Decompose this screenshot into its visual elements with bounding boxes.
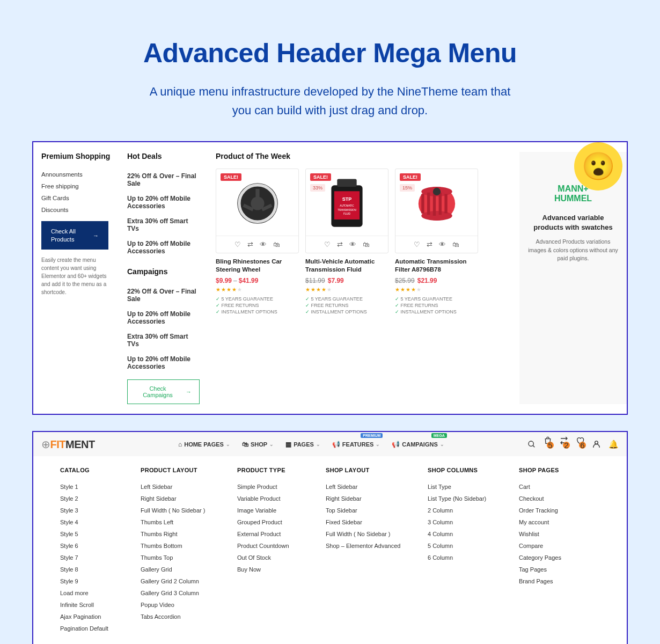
menu-item[interactable]: Style 9 — [60, 575, 135, 587]
menu-item[interactable]: Thumbs Left — [141, 516, 232, 528]
menu-item[interactable]: Full Width ( No Sidebar ) — [141, 504, 232, 516]
menu-item[interactable]: Style 5 — [60, 528, 135, 540]
menu-item[interactable]: Ajax Pagination — [60, 611, 135, 623]
menu-item[interactable]: Left Sidebar — [141, 481, 232, 493]
menu-item[interactable]: Style 4 — [60, 516, 135, 528]
menu-item[interactable]: 3 Column — [428, 516, 514, 528]
menu-item[interactable]: Full Width ( No Sidebar ) — [326, 528, 422, 540]
menu-item[interactable]: Extra 30% off Smart TVs — [127, 214, 200, 236]
search-icon[interactable] — [527, 440, 536, 449]
menu-item[interactable]: Category Pages — [519, 552, 589, 564]
menu-item[interactable]: Simple Product — [237, 481, 320, 493]
menu-item[interactable]: My account — [519, 516, 589, 528]
menu-item[interactable]: Right Sidebar — [326, 493, 422, 504]
nav-item[interactable]: ▦ PAGES ⌄ — [285, 441, 320, 448]
menu-item[interactable]: Image Variable — [237, 504, 320, 516]
menu-item[interactable]: Grouped Product — [237, 516, 320, 528]
menu-item[interactable]: List Type (No Sidebar) — [428, 493, 514, 504]
menu-item[interactable]: Cart — [519, 481, 589, 493]
menu-item[interactable]: 4 Column — [428, 528, 514, 540]
product-title[interactable]: Automatic Transmission Filter A8796B78 — [395, 258, 478, 274]
bag-icon[interactable]: 5 — [544, 436, 552, 452]
menu-item[interactable]: Discounts — [41, 204, 111, 216]
heart-icon[interactable]: ♡ — [234, 240, 241, 248]
menu-item[interactable]: Right Sidebar — [141, 493, 232, 504]
menu-item[interactable]: Shop – Elementor Advanced — [326, 540, 422, 552]
product-title[interactable]: Bling Rhinestones Car Steering Wheel — [216, 258, 299, 274]
check-campaigns-button[interactable]: Check Campaigns → — [127, 379, 200, 404]
menu-item[interactable]: Thumbs Right — [141, 528, 232, 540]
menu-item[interactable]: Style 8 — [60, 564, 135, 575]
heart-icon[interactable]: ♡ — [414, 240, 420, 248]
menu-item[interactable]: Brand Pages — [519, 575, 589, 587]
menu-item[interactable]: Up to 20% off Mobile Accessories — [127, 236, 200, 259]
menu-item[interactable]: Infinite Scroll — [60, 599, 135, 611]
product-title[interactable]: Multi-Vehicle Automatic Transmission Flu… — [305, 258, 388, 274]
compare-icon[interactable]: ⇄ — [337, 240, 343, 248]
bag-icon[interactable]: 🛍 — [452, 240, 459, 248]
menu-item[interactable]: Top Sidebar — [326, 504, 422, 516]
bag-icon[interactable]: 🛍 — [363, 240, 370, 248]
compare-icon[interactable]: ⇄ — [247, 240, 253, 248]
menu-item[interactable]: Variable Product — [237, 493, 320, 504]
menu-item[interactable]: 2 Column — [428, 504, 514, 516]
heart-icon[interactable]: 6 — [576, 436, 584, 452]
menu-item[interactable]: Free shipping — [41, 180, 111, 192]
menu-item[interactable]: Tag Pages — [519, 564, 589, 575]
nav-item[interactable]: ⌂ HOME PAGES ⌄ — [178, 441, 230, 448]
product-card[interactable]: SALE!33%STPAUTOMATICTRANSMISSIONFLUID♡⇄👁… — [305, 169, 388, 253]
product-card[interactable]: SALE!15%♡⇄👁🛍 — [395, 169, 478, 253]
menu-item[interactable]: Compare — [519, 540, 589, 552]
site-logo[interactable]: ⊕FITMENT — [41, 438, 95, 451]
menu-item[interactable]: 22% Off & Over – Final Sale — [127, 169, 200, 191]
menu-item[interactable]: 5 Column — [428, 540, 514, 552]
menu-item[interactable]: Thumbs Top — [141, 552, 232, 564]
bag-icon[interactable]: 🛍 — [273, 240, 280, 248]
chevron-down-icon: ⌄ — [376, 442, 380, 447]
menu-item[interactable]: Up to 20% off Mobile Accessories — [127, 191, 200, 214]
nav-item[interactable]: 🛍 SHOP ⌄ — [242, 441, 274, 448]
menu-item[interactable]: Wishlist — [519, 528, 589, 540]
menu-item[interactable]: Pagination Default — [60, 623, 135, 634]
menu-item[interactable]: Announsments — [41, 169, 111, 180]
menu-item[interactable]: 6 Column — [428, 552, 514, 564]
menu-item[interactable]: Up to 20% off Mobile Accessories — [127, 352, 200, 374]
menu-item[interactable]: Checkout — [519, 493, 589, 504]
menu-item[interactable]: Style 2 — [60, 493, 135, 504]
heart-icon[interactable]: ♡ — [324, 240, 331, 248]
menu-item[interactable]: Left Sidebar — [326, 481, 422, 493]
bell-icon[interactable]: 🔔 — [608, 440, 619, 449]
eye-icon[interactable]: 👁 — [260, 240, 267, 248]
menu-item[interactable]: Style 1 — [60, 481, 135, 493]
menu-item[interactable]: List Type — [428, 481, 514, 493]
eye-icon[interactable]: 👁 — [439, 240, 446, 248]
compare-icon[interactable]: 2 — [560, 436, 568, 452]
menu-item[interactable]: Popup Video — [141, 599, 232, 611]
nav-item[interactable]: 📢 FEATURES ⌄PREMIUM — [332, 441, 380, 448]
check-all-products-button[interactable]: Check All Products → — [41, 221, 108, 250]
menu-item[interactable]: Gallery Grid 3 Column — [141, 587, 232, 599]
menu-item[interactable]: Up to 20% off Mobile Accessories — [127, 306, 200, 329]
menu-item[interactable]: Product Countdown — [237, 540, 320, 552]
menu-item[interactable]: 22% Off & Over – Final Sale — [127, 284, 200, 306]
menu-item[interactable]: Style 7 — [60, 552, 135, 564]
menu-item[interactable]: Gallery Grid 2 Column — [141, 575, 232, 587]
compare-icon[interactable]: ⇄ — [427, 240, 432, 248]
menu-item[interactable]: Out Of Stock — [237, 552, 320, 564]
menu-item[interactable]: Buy Now — [237, 564, 320, 575]
user-icon[interactable] — [592, 440, 601, 449]
menu-item[interactable]: Extra 30% off Smart TVs — [127, 329, 200, 352]
nav-item[interactable]: 📢 CAMPAIGNS ⌄MEGA — [392, 441, 444, 448]
menu-item[interactable]: Thumbs Bottom — [141, 540, 232, 552]
menu-item[interactable]: Style 6 — [60, 540, 135, 552]
menu-item[interactable]: Tabs Accordion — [141, 611, 232, 623]
eye-icon[interactable]: 👁 — [349, 240, 356, 248]
menu-item[interactable]: External Product — [237, 528, 320, 540]
menu-item[interactable]: Style 3 — [60, 504, 135, 516]
menu-item[interactable]: Fixed Sidebar — [326, 516, 422, 528]
menu-item[interactable]: Gift Cards — [41, 192, 111, 204]
menu-item[interactable]: Gallery Grid — [141, 564, 232, 575]
menu-item[interactable]: Load more — [60, 587, 135, 599]
menu-item[interactable]: Order Tracking — [519, 504, 589, 516]
product-card[interactable]: SALE!♡⇄👁🛍 — [216, 169, 299, 253]
